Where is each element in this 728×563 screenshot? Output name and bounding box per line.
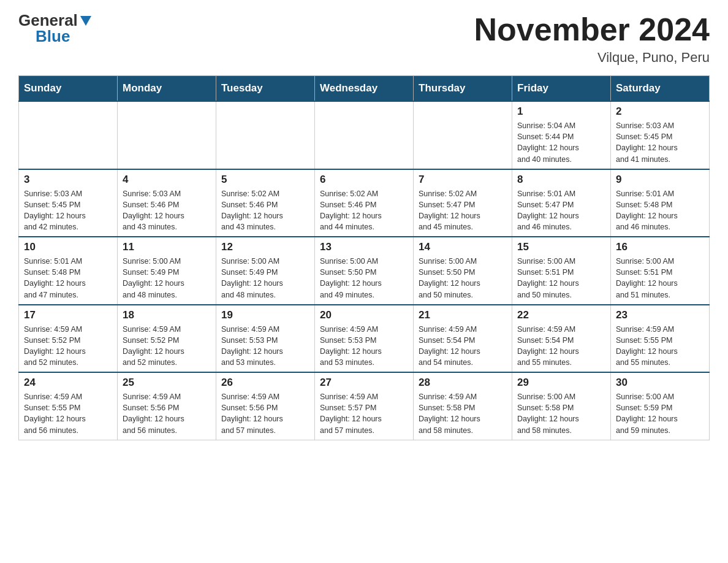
calendar-cell: 22Sunrise: 4:59 AM Sunset: 5:54 PM Dayli… bbox=[512, 305, 611, 373]
day-info: Sunrise: 5:02 AM Sunset: 5:46 PM Dayligh… bbox=[320, 188, 408, 233]
calendar-cell: 27Sunrise: 4:59 AM Sunset: 5:57 PM Dayli… bbox=[315, 372, 414, 440]
header-row: SundayMondayTuesdayWednesdayThursdayFrid… bbox=[19, 76, 710, 102]
calendar-cell bbox=[216, 101, 315, 169]
calendar-cell: 29Sunrise: 5:00 AM Sunset: 5:58 PM Dayli… bbox=[512, 372, 611, 440]
calendar-cell: 10Sunrise: 5:01 AM Sunset: 5:48 PM Dayli… bbox=[19, 237, 118, 305]
week-row-5: 24Sunrise: 4:59 AM Sunset: 5:55 PM Dayli… bbox=[19, 372, 710, 440]
calendar-cell: 21Sunrise: 4:59 AM Sunset: 5:54 PM Dayli… bbox=[414, 305, 512, 373]
day-number: 24 bbox=[24, 377, 112, 389]
logo-triangle-icon bbox=[79, 13, 93, 27]
calendar-cell: 23Sunrise: 4:59 AM Sunset: 5:55 PM Dayli… bbox=[611, 305, 710, 373]
week-row-3: 10Sunrise: 5:01 AM Sunset: 5:48 PM Dayli… bbox=[19, 237, 710, 305]
calendar-cell: 3Sunrise: 5:03 AM Sunset: 5:45 PM Daylig… bbox=[19, 169, 118, 237]
calendar-cell bbox=[118, 101, 216, 169]
week-row-4: 17Sunrise: 4:59 AM Sunset: 5:52 PM Dayli… bbox=[19, 305, 710, 373]
day-info: Sunrise: 5:01 AM Sunset: 5:47 PM Dayligh… bbox=[517, 188, 605, 233]
calendar-cell bbox=[19, 101, 118, 169]
day-number: 17 bbox=[24, 309, 112, 321]
calendar-cell: 4Sunrise: 5:03 AM Sunset: 5:46 PM Daylig… bbox=[118, 169, 216, 237]
calendar-cell: 15Sunrise: 5:00 AM Sunset: 5:51 PM Dayli… bbox=[512, 237, 611, 305]
calendar-cell: 18Sunrise: 4:59 AM Sunset: 5:52 PM Dayli… bbox=[118, 305, 216, 373]
day-number: 26 bbox=[221, 377, 309, 389]
week-row-1: 1Sunrise: 5:04 AM Sunset: 5:44 PM Daylig… bbox=[19, 101, 710, 169]
day-info: Sunrise: 5:00 AM Sunset: 5:51 PM Dayligh… bbox=[616, 256, 704, 301]
calendar-cell: 2Sunrise: 5:03 AM Sunset: 5:45 PM Daylig… bbox=[611, 101, 710, 169]
calendar-cell: 28Sunrise: 4:59 AM Sunset: 5:58 PM Dayli… bbox=[414, 372, 512, 440]
header-day-tuesday: Tuesday bbox=[216, 76, 315, 102]
day-number: 29 bbox=[517, 377, 605, 389]
day-number: 30 bbox=[616, 377, 704, 389]
day-info: Sunrise: 4:59 AM Sunset: 5:54 PM Dayligh… bbox=[419, 324, 507, 369]
day-info: Sunrise: 4:59 AM Sunset: 5:56 PM Dayligh… bbox=[123, 391, 211, 436]
day-info: Sunrise: 4:59 AM Sunset: 5:53 PM Dayligh… bbox=[320, 324, 408, 369]
calendar-cell: 8Sunrise: 5:01 AM Sunset: 5:47 PM Daylig… bbox=[512, 169, 611, 237]
day-info: Sunrise: 5:00 AM Sunset: 5:58 PM Dayligh… bbox=[517, 391, 605, 436]
day-info: Sunrise: 4:59 AM Sunset: 5:54 PM Dayligh… bbox=[517, 324, 605, 369]
day-number: 8 bbox=[517, 174, 605, 186]
day-info: Sunrise: 5:04 AM Sunset: 5:44 PM Dayligh… bbox=[517, 120, 605, 165]
header-day-friday: Friday bbox=[512, 76, 611, 102]
day-info: Sunrise: 5:00 AM Sunset: 5:50 PM Dayligh… bbox=[419, 256, 507, 301]
day-number: 4 bbox=[123, 174, 211, 186]
day-info: Sunrise: 4:59 AM Sunset: 5:53 PM Dayligh… bbox=[221, 324, 309, 369]
calendar-cell: 25Sunrise: 4:59 AM Sunset: 5:56 PM Dayli… bbox=[118, 372, 216, 440]
day-number: 3 bbox=[24, 174, 112, 186]
day-number: 2 bbox=[616, 105, 704, 118]
calendar-cell bbox=[315, 101, 414, 169]
header-day-thursday: Thursday bbox=[414, 76, 512, 102]
day-info: Sunrise: 4:59 AM Sunset: 5:58 PM Dayligh… bbox=[419, 391, 507, 436]
calendar-cell: 11Sunrise: 5:00 AM Sunset: 5:49 PM Dayli… bbox=[118, 237, 216, 305]
day-number: 5 bbox=[221, 174, 309, 186]
day-info: Sunrise: 5:03 AM Sunset: 5:46 PM Dayligh… bbox=[123, 188, 211, 233]
day-number: 21 bbox=[419, 309, 507, 321]
day-number: 12 bbox=[221, 241, 309, 253]
calendar-cell: 24Sunrise: 4:59 AM Sunset: 5:55 PM Dayli… bbox=[19, 372, 118, 440]
week-row-2: 3Sunrise: 5:03 AM Sunset: 5:45 PM Daylig… bbox=[19, 169, 710, 237]
day-number: 28 bbox=[419, 377, 507, 389]
day-info: Sunrise: 4:59 AM Sunset: 5:56 PM Dayligh… bbox=[221, 391, 309, 436]
calendar-cell: 9Sunrise: 5:01 AM Sunset: 5:48 PM Daylig… bbox=[611, 169, 710, 237]
day-number: 1 bbox=[517, 105, 605, 118]
calendar-cell: 13Sunrise: 5:00 AM Sunset: 5:50 PM Dayli… bbox=[315, 237, 414, 305]
header-day-saturday: Saturday bbox=[611, 76, 710, 102]
day-info: Sunrise: 4:59 AM Sunset: 5:57 PM Dayligh… bbox=[320, 391, 408, 436]
day-info: Sunrise: 5:00 AM Sunset: 5:51 PM Dayligh… bbox=[517, 256, 605, 301]
day-info: Sunrise: 5:03 AM Sunset: 5:45 PM Dayligh… bbox=[616, 120, 704, 165]
day-info: Sunrise: 4:59 AM Sunset: 5:52 PM Dayligh… bbox=[123, 324, 211, 369]
day-number: 25 bbox=[123, 377, 211, 389]
calendar-cell: 14Sunrise: 5:00 AM Sunset: 5:50 PM Dayli… bbox=[414, 237, 512, 305]
calendar-cell: 26Sunrise: 4:59 AM Sunset: 5:56 PM Dayli… bbox=[216, 372, 315, 440]
calendar-cell: 7Sunrise: 5:02 AM Sunset: 5:47 PM Daylig… bbox=[414, 169, 512, 237]
calendar-cell: 5Sunrise: 5:02 AM Sunset: 5:46 PM Daylig… bbox=[216, 169, 315, 237]
day-info: Sunrise: 5:00 AM Sunset: 5:49 PM Dayligh… bbox=[123, 256, 211, 301]
day-info: Sunrise: 5:00 AM Sunset: 5:50 PM Dayligh… bbox=[320, 256, 408, 301]
page-header: General Blue November 2024 Vilque, Puno,… bbox=[18, 12, 710, 66]
day-info: Sunrise: 5:03 AM Sunset: 5:45 PM Dayligh… bbox=[24, 188, 112, 233]
day-info: Sunrise: 5:01 AM Sunset: 5:48 PM Dayligh… bbox=[24, 256, 112, 301]
day-number: 19 bbox=[221, 309, 309, 321]
calendar-table: SundayMondayTuesdayWednesdayThursdayFrid… bbox=[18, 75, 710, 440]
day-number: 6 bbox=[320, 174, 408, 186]
day-number: 9 bbox=[616, 174, 704, 186]
calendar-cell: 16Sunrise: 5:00 AM Sunset: 5:51 PM Dayli… bbox=[611, 237, 710, 305]
calendar-cell: 20Sunrise: 4:59 AM Sunset: 5:53 PM Dayli… bbox=[315, 305, 414, 373]
calendar-cell: 30Sunrise: 5:00 AM Sunset: 5:59 PM Dayli… bbox=[611, 372, 710, 440]
day-number: 10 bbox=[24, 241, 112, 253]
day-number: 7 bbox=[419, 174, 507, 186]
day-number: 15 bbox=[517, 241, 605, 253]
day-number: 14 bbox=[419, 241, 507, 253]
calendar-cell: 17Sunrise: 4:59 AM Sunset: 5:52 PM Dayli… bbox=[19, 305, 118, 373]
header-day-wednesday: Wednesday bbox=[315, 76, 414, 102]
day-number: 27 bbox=[320, 377, 408, 389]
calendar-cell: 12Sunrise: 5:00 AM Sunset: 5:49 PM Dayli… bbox=[216, 237, 315, 305]
header-day-monday: Monday bbox=[118, 76, 216, 102]
day-number: 23 bbox=[616, 309, 704, 321]
header-day-sunday: Sunday bbox=[19, 76, 118, 102]
day-info: Sunrise: 5:02 AM Sunset: 5:47 PM Dayligh… bbox=[419, 188, 507, 233]
day-info: Sunrise: 4:59 AM Sunset: 5:55 PM Dayligh… bbox=[24, 391, 112, 436]
day-number: 22 bbox=[517, 309, 605, 321]
day-number: 13 bbox=[320, 241, 408, 253]
day-info: Sunrise: 5:00 AM Sunset: 5:59 PM Dayligh… bbox=[616, 391, 704, 436]
day-number: 20 bbox=[320, 309, 408, 321]
day-info: Sunrise: 5:02 AM Sunset: 5:46 PM Dayligh… bbox=[221, 188, 309, 233]
